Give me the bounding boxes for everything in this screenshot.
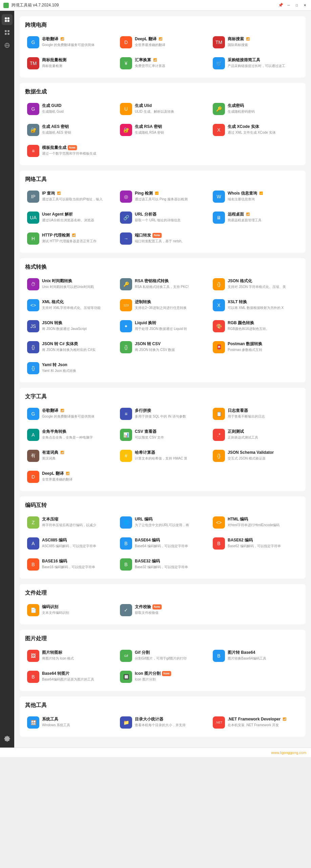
tool-desc: 通过一个数字范围和字符串模板生成 (42, 151, 112, 156)
tool-info: JSON 转 CSV将 JSON 转换为 CSV 数据 (135, 341, 205, 352)
tool-desc: 免费货币汇率计算器 (135, 64, 205, 68)
tool-icon: IP (27, 191, 39, 203)
tool-item[interactable]: BBASE32 编码Base32 编码解码，可以指定字符串 (118, 556, 207, 573)
tool-item[interactable]: <>XML 格式化支持对 XML字符串格式化、压缩等功能 (25, 296, 115, 314)
section-title-format: 格式转换 (25, 264, 300, 271)
tool-item[interactable]: 📁目录大小统计器查看本机每个目录的大小，并支持 (118, 714, 207, 731)
tool-item[interactable]: BBASE62 编码Base62 编码解码，可以指定字符串 (211, 535, 300, 552)
tool-item[interactable]: WWhois 信息查询📶域名注册信息查询 (211, 188, 300, 205)
tool-item[interactable]: #哈希计算器计算文本的哈希值，支持 HMAC 算 (118, 447, 207, 465)
tool-item[interactable]: {}JSON 格式化支持对 JSON 字符串格式化、压缩、美 (211, 275, 300, 293)
tool-name: 采购链接筛简工具 (228, 57, 298, 63)
tool-item[interactable]: G谷歌翻译📶Google 的免费翻译服务可提供简体 (25, 405, 115, 423)
tool-item[interactable]: {}JSON 转 C# 实体类将 JSON 对象转换为相对应的 C#实 (25, 338, 115, 356)
tool-item[interactable]: G生成 GUID生成随机 Guid (25, 100, 115, 118)
tool-item[interactable]: ✦Liquid 换转用于处理 JSON 数据通过 Liquid 转 (118, 317, 207, 335)
tool-item[interactable]: U生成 UlidULID 生成、解析以及转换 (118, 100, 207, 118)
tool-info: User Agent 解析通过UA分析出浏览器名称、浏览器 (42, 212, 112, 222)
sidebar-logo[interactable] (2, 14, 13, 25)
tool-info: Liquid 换转用于处理 JSON 数据通过 Liquid 转 (135, 320, 205, 331)
tool-icon: # (120, 450, 132, 462)
maximize-button[interactable]: □ (294, 3, 299, 8)
tool-item[interactable]: TM商标批量检测商标批量检测 (25, 54, 115, 72)
tool-item[interactable]: DDeepL 翻译📶全世界最准确的翻译 (118, 34, 207, 51)
pin-button[interactable]: 📌 (278, 3, 283, 8)
settings-icon[interactable] (2, 733, 13, 744)
tool-item[interactable]: HHTTP 代理检测📶测试 HTTP 代理服务器是否正常工作 (25, 230, 115, 247)
minimize-button[interactable]: ─ (286, 3, 291, 8)
tool-item[interactable]: {}Yaml 转 JsonYaml 和 Json 格式转换 (25, 359, 115, 377)
tool-item[interactable]: G谷歌翻译📶Google 的免费翻译服务可提供简体 (25, 34, 115, 51)
tool-item[interactable]: 🔑RSA 密钥格式转换RSA 私钥格式转换工具，支持 PKC! (118, 275, 207, 293)
tool-name: 文件校验New (135, 604, 205, 610)
tool-item[interactable]: 🔐生成 AES 密钥生成随机 AES 密钥 (25, 121, 115, 139)
tool-item[interactable]: ≡多行拼接多用于拼接 SQL 中的 IN 语句参数 (118, 405, 207, 423)
tool-icon: 🖥 (213, 212, 225, 224)
tool-info: IP 查询📶通过该工具可以获取当前的IP地址，输入 (42, 191, 112, 201)
tool-item[interactable]: 🔲Icon 图片分割NewIcon 图片分割 (118, 668, 207, 686)
tool-item[interactable]: IPIP 查询📶通过该工具可以获取当前的IP地址，输入 (25, 188, 115, 205)
tool-item[interactable]: 🔐生成 RSA 密钥生成随机 RSA 密钥 (118, 121, 207, 139)
tool-item[interactable]: 🔗URL 分析器获取一个 URL 地址的详细信息 (118, 209, 207, 226)
tool-item[interactable]: ✓文件校验New获取文件校验值 (118, 601, 207, 619)
tool-item[interactable]: 🛒采购链接筛简工具产品采购链接提过长时，可以通过这工 (211, 54, 300, 72)
tool-icon: G (27, 36, 39, 48)
tool-item[interactable]: ◎Ping 检测📶通过该工具可以 Ping 服务器以检测 (118, 188, 207, 205)
tool-item[interactable]: XXSLT 转换可以将 XML 数据根据映射为另外的 X (211, 296, 300, 314)
tool-item[interactable]: X生成 XCode 实体通过 XML 文件生成 XCode 实体 (211, 121, 300, 139)
tool-icon: ✦ (120, 320, 132, 332)
tool-item[interactable]: 123进制转换支持在2~36进制之间进行任意转换 (118, 296, 207, 314)
tool-item[interactable]: 🔑生成密码生成随机密码密码 (211, 100, 300, 118)
tool-item[interactable]: TM商标搜索📶国际商标搜索 (211, 34, 300, 51)
tool-icon: 🔐 (27, 124, 39, 136)
tool-item[interactable]: {}JSON Schema Validator交互式 JSON 模式验证器 (211, 447, 300, 465)
title-bar: 跨境工具箱 v4.7.2024.109 📌 ─ □ ✕ (0, 0, 311, 11)
close-button[interactable]: ✕ (302, 3, 308, 8)
tool-item[interactable]: .*正则测试正则表达式测试工具 (211, 426, 300, 444)
tool-item[interactable]: .NET.NET Framework Developer📶在本机安装 .NET … (211, 714, 300, 731)
tool-desc: 将字符串压缩后再进行编码，以减少 (42, 523, 112, 527)
tool-name: JSON 转换 (42, 320, 112, 326)
tool-desc: 可以预览 CSV 文件 (135, 435, 205, 440)
tool-item[interactable]: 🎨RGB 颜色转换RGB颜色和16进制色互转。 (211, 317, 300, 335)
sidebar-grid[interactable] (2, 27, 13, 38)
tool-item[interactable]: BBase64 转图片Base64编码图片还原为图片的工具 (25, 668, 115, 686)
content-area[interactable]: 跨境电商G谷歌翻译📶Google 的免费翻译服务可提供简体DDeepL 翻译📶全… (14, 11, 311, 748)
tool-item[interactable]: 🪟系统工具Windows 系统工具 (25, 714, 115, 731)
tool-icon: ≡ (27, 145, 39, 157)
tool-name: BASE62 编码 (228, 537, 298, 543)
sidebar-globe[interactable] (2, 40, 13, 51)
tool-item[interactable]: DDeepL 翻译📶全世界最准确的翻译 (25, 468, 115, 486)
tool-item[interactable]: GifGif 分割分割Gif图片，可用于gif图片的打印 (118, 647, 207, 665)
tool-item[interactable]: BBASE16 编码Base16 编码解码，可以指定字符串 (25, 556, 115, 573)
tool-item[interactable]: A全角半角转换全角点击全角，全角是一种电脑字 (25, 426, 115, 444)
tool-name: 文本压缩 (42, 516, 112, 522)
tool-item[interactable]: ≡模板批量生成New通过一个数字范围和字符串模板生成 (25, 142, 115, 160)
tool-item[interactable]: 📋日志查看器用于查看不断输出的日志 (211, 405, 300, 423)
tool-item[interactable]: 🖼图片转图标将图片转为 Icon 格式 (25, 647, 115, 665)
tool-item[interactable]: 📮Postman 数据转换Postman 参数格式互转 (211, 338, 300, 356)
tool-name: 商标批量检测 (42, 57, 112, 63)
tool-item[interactable]: 🖥远程桌面📶简易远程桌面管理工具 (211, 209, 300, 226)
tool-desc: 正则表达式测试工具 (228, 435, 298, 440)
tool-item[interactable]: 📊CSV 查看器可以预览 CSV 文件 (118, 426, 207, 444)
tool-item[interactable]: ¥汇率换算📶免费货币汇率计算器 (118, 54, 207, 72)
tool-item[interactable]: B图片转 Base64图片转换Base64编码工具 (211, 647, 300, 665)
tool-item[interactable]: →端口转发New端口转发配置工具，基于 netsh。 (118, 230, 207, 247)
tool-desc: 支持在2~36进制之间进行任意转换 (135, 306, 205, 310)
tool-item[interactable]: ⏱Unix 时间戳转换Unix 时间戳转换可以把Unix时间戳 (25, 275, 115, 293)
tool-item[interactable]: AASCII85 编码ASCII85 编码解码，可以指定字符串 (25, 535, 115, 552)
tool-item[interactable]: JSJSON 转换将 JSON 数据通过 JavaScript (25, 317, 115, 335)
tool-item[interactable]: Z文本压缩将字符串压缩后再进行编码，以减少 (25, 514, 115, 531)
tool-item[interactable]: UAUser Agent 解析通过UA分析出浏览器名称、浏览器 (25, 209, 115, 226)
tool-item[interactable]: 🌐URL 编码为了让包含中文的URL可以使用，将 (118, 514, 207, 531)
tool-item[interactable]: <>HTML 编码对html字符串进行HtmlEncode编码 (211, 514, 300, 531)
tool-icon: U (120, 103, 132, 115)
tool-info: HTTP 代理检测📶测试 HTTP 代理服务器是否正常工作 (42, 232, 112, 243)
tool-item[interactable]: BBASE64 编码Base64 编码解码，可以指定字符串 (118, 535, 207, 552)
tool-info: Gif 分割分割Gif图片，可用于gif图片的打印 (135, 650, 205, 661)
tool-item[interactable]: 📄编码识别文本文件编码识别 (25, 601, 115, 619)
section-text: 文字工具G谷歌翻译📶Google 的免费翻译服务可提供简体≡多行拼接多用于拼接 … (20, 388, 306, 491)
tool-item[interactable]: 有有道词典📶英汉词典 (25, 447, 115, 465)
tool-item[interactable]: {}JSON 转 CSV将 JSON 转换为 CSV 数据 (118, 338, 207, 356)
